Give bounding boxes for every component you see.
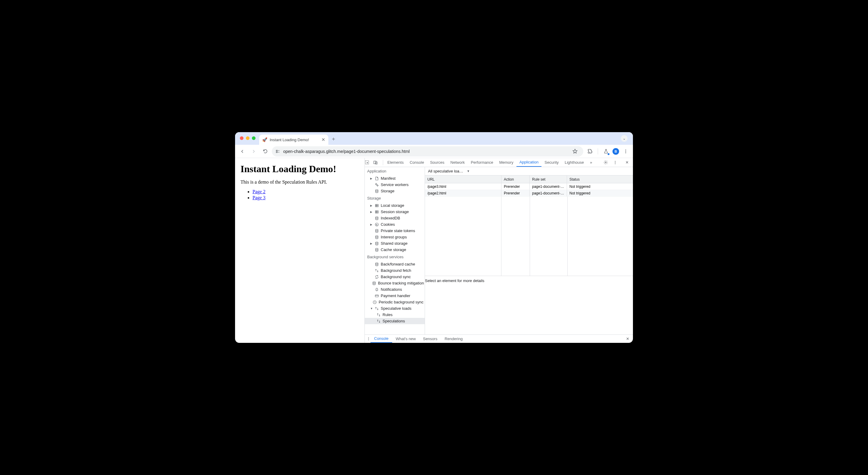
th-action[interactable]: Action <box>501 176 530 183</box>
th-url[interactable]: URL <box>425 176 501 183</box>
sidebar-item-indexeddb[interactable]: IndexedDB <box>365 215 425 221</box>
tab-application[interactable]: Application <box>517 158 542 167</box>
maximize-window-button[interactable] <box>252 136 255 140</box>
browser-tab[interactable]: 🚀 Instant Loading Demo! ✕ <box>259 135 328 145</box>
profile-avatar[interactable]: B <box>613 148 619 155</box>
link-page3[interactable]: Page 3 <box>252 195 266 200</box>
svg-point-25 <box>375 248 378 249</box>
sidebar-item-notifications[interactable]: Notifications <box>365 286 425 293</box>
svg-point-3 <box>625 151 626 152</box>
device-toggle-icon[interactable] <box>373 160 382 165</box>
th-status[interactable]: Status <box>567 176 633 183</box>
sidebar-item-service-workers[interactable]: Service workers <box>365 181 425 188</box>
sidebar-item-local-storage[interactable]: ▶Local storage <box>365 202 425 209</box>
sidebar-item-speculative-loads[interactable]: ▼Speculative loads <box>365 305 425 311</box>
sidebar-item-cache-storage[interactable]: Cache storage <box>365 246 425 253</box>
page-subtext: This is a demo of the Speculation Rules … <box>241 179 359 185</box>
minimize-window-button[interactable] <box>246 136 249 140</box>
application-sidebar: Application▶ManifestService workersStora… <box>365 167 425 334</box>
sidebar-item-bounce-tracking-mitigation[interactable]: Bounce tracking mitigation <box>365 280 425 286</box>
tab-network[interactable]: Network <box>447 158 468 167</box>
settings-icon[interactable] <box>603 160 612 165</box>
clock-icon <box>373 300 377 304</box>
tab-lighthouse[interactable]: Lighthouse <box>562 158 587 167</box>
sidebar-item-label: Speculations <box>382 319 405 323</box>
tab-performance[interactable]: Performance <box>468 158 496 167</box>
sidebar-item-cookies[interactable]: ▶Cookies <box>365 221 425 228</box>
sidebar-item-storage[interactable]: Storage <box>365 188 425 194</box>
new-tab-button[interactable]: ＋ <box>331 135 336 142</box>
svg-point-18 <box>375 223 378 226</box>
sidebar-item-back-forward-cache[interactable]: Back/forward cache <box>365 261 425 267</box>
sidebar-item-session-storage[interactable]: ▶Session storage <box>365 209 425 215</box>
svg-point-23 <box>375 235 378 237</box>
sidebar-item-background-fetch[interactable]: Background fetch <box>365 267 425 274</box>
rocket-icon: 🚀 <box>262 137 267 142</box>
tab-memory[interactable]: Memory <box>496 158 517 167</box>
tab-security[interactable]: Security <box>541 158 562 167</box>
svg-point-22 <box>375 229 378 230</box>
more-tabs-icon[interactable]: » <box>587 160 595 165</box>
chrome-menu-button[interactable] <box>621 147 630 156</box>
sidebar-item-label: Periodic background sync <box>379 300 424 304</box>
tab-sources[interactable]: Sources <box>427 158 447 167</box>
cookie-icon <box>374 222 379 227</box>
back-button[interactable] <box>238 147 247 156</box>
sidebar-item-rules[interactable]: Rules <box>365 311 425 318</box>
inspect-icon[interactable] <box>365 160 373 165</box>
forward-button[interactable] <box>249 147 258 156</box>
svg-point-8 <box>605 162 607 163</box>
db-icon <box>374 262 379 266</box>
speculations-table: URL Action Rule set Status /page3.html P… <box>425 176 633 276</box>
sidebar-item-private-state-tokens[interactable]: Private state tokens <box>365 228 425 234</box>
tab-search-button[interactable]: ⌄ <box>621 135 627 142</box>
address-bar[interactable]: open-chalk-asparagus.glitch.me/page1-doc… <box>272 146 583 156</box>
drawer-tab-rendering[interactable]: Rendering <box>441 335 466 343</box>
extensions-icon[interactable] <box>585 147 595 156</box>
close-tab-button[interactable]: ✕ <box>321 137 326 142</box>
sidebar-item-label: Private state tokens <box>381 229 415 233</box>
drawer-tab-whatsnew[interactable]: What's new <box>392 335 420 343</box>
site-settings-icon[interactable] <box>275 149 280 154</box>
link-page2[interactable]: Page 2 <box>252 189 266 194</box>
tab-strip: 🚀 Instant Loading Demo! ✕ ＋ ⌄ <box>235 132 633 145</box>
browser-toolbar: open-chalk-asparagus.glitch.me/page1-doc… <box>235 145 633 158</box>
devtools-menu-icon[interactable] <box>613 160 621 165</box>
svg-point-32 <box>368 339 369 340</box>
reload-button[interactable] <box>260 147 270 156</box>
card-icon <box>374 294 379 298</box>
sidebar-group-title: Background services <box>365 253 425 261</box>
db-icon <box>374 189 379 193</box>
sidebar-item-interest-groups[interactable]: Interest groups <box>365 234 425 240</box>
drawer-menu-icon[interactable] <box>367 337 371 341</box>
db-icon <box>374 216 379 220</box>
url-text: open-chalk-asparagus.glitch.me/page1-doc… <box>283 149 410 154</box>
db-icon <box>374 229 379 233</box>
table-row[interactable]: /page2.html Prerender page1-document-… N… <box>425 190 633 197</box>
close-drawer-button[interactable]: ✕ <box>626 336 631 341</box>
close-window-button[interactable] <box>240 136 244 140</box>
sidebar-item-label: Back/forward cache <box>381 262 415 266</box>
svg-point-12 <box>375 183 376 184</box>
sidebar-item-periodic-background-sync[interactable]: Periodic background sync <box>365 299 425 305</box>
drawer-tab-console[interactable]: Console <box>371 335 392 343</box>
table-header: URL Action Rule set Status <box>425 176 633 183</box>
tab-elements[interactable]: Elements <box>384 158 407 167</box>
sidebar-item-payment-handler[interactable]: Payment handler <box>365 293 425 299</box>
th-ruleset[interactable]: Rule set <box>530 176 567 183</box>
table-row[interactable]: /page3.html Prerender page1-document-… N… <box>425 183 633 190</box>
close-devtools-button[interactable]: ✕ <box>623 160 631 165</box>
bookmark-icon[interactable] <box>570 147 580 156</box>
labs-icon[interactable] <box>601 147 611 156</box>
drawer-tab-sensors[interactable]: Sensors <box>420 335 441 343</box>
sidebar-item-background-sync[interactable]: Background sync <box>365 274 425 280</box>
svg-point-26 <box>375 263 378 264</box>
sidebar-item-shared-storage[interactable]: ▶Shared storage <box>365 240 425 246</box>
sidebar-item-label: Background fetch <box>381 268 411 273</box>
swap-icon <box>376 313 381 317</box>
speculations-filter[interactable]: All speculative loa… ▼ <box>425 167 633 176</box>
tab-console[interactable]: Console <box>407 158 427 167</box>
sidebar-item-manifest[interactable]: ▶Manifest <box>365 175 425 181</box>
sidebar-group-title: Application <box>365 167 425 175</box>
sidebar-item-speculations[interactable]: Speculations <box>365 318 425 324</box>
